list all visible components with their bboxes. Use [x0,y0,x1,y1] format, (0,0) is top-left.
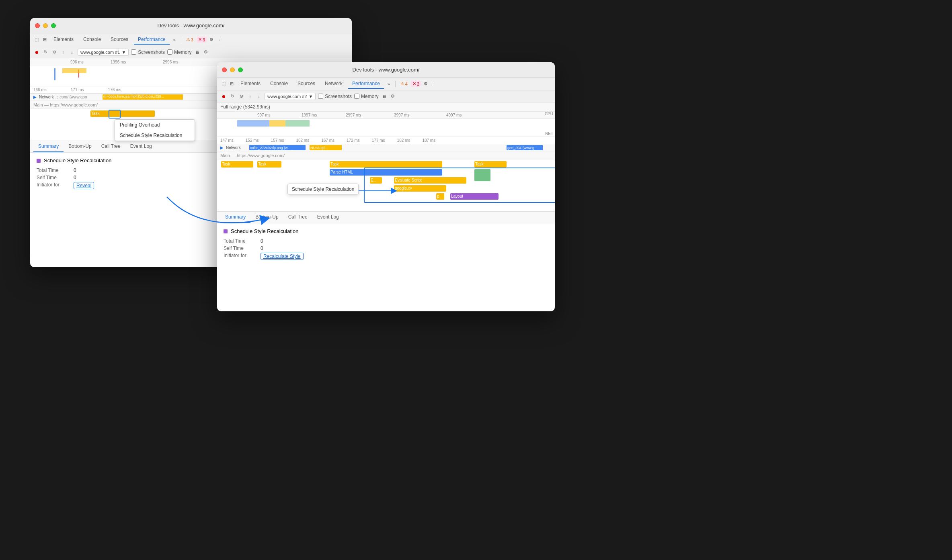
color-dot-2 [224,229,228,233]
timeline-bar-3 [62,68,86,73]
initiator-label-1: Initiator for [37,182,69,189]
settings2-icon-2[interactable]: ⚙ [390,93,396,100]
window-title-2: DevTools - www.google.com/ [353,67,420,73]
tab-sources-1[interactable]: Sources [107,35,132,45]
screenshots-checkbox-1[interactable]: Screenshots [131,49,165,55]
tick-2996: 2996 ms [163,60,178,64]
more-icon-1[interactable]: ⋮ [216,37,223,43]
right-arrow-2: ▶ [220,145,224,150]
mini-bar-3 [285,120,310,127]
network-file1: color_272x92dp.png (w... [249,145,306,150]
warning-badge-2: ⚠ 4 [399,81,409,87]
minimize-button-1[interactable] [43,23,48,28]
summary-title-2: Schedule Style Recalculation [224,228,548,234]
toolbar2-2: ⏺ ↻ ⊘ ↑ ↓ www.google.com #2 ▼ Screenshot… [217,90,555,102]
reload-icon-2[interactable]: ↻ [229,93,236,100]
error-badge-1: ✕ 3 [197,37,207,43]
full-range-label: Full range (5342.99ms) [217,102,555,112]
self-time-label-2: Self Time [224,245,256,251]
cpu-label: CPU [545,112,553,116]
dtick-167: 167 ms [321,138,334,143]
close-button-1[interactable] [35,23,40,28]
detail-ruler-2: 147 ms 152 ms 157 ms 162 ms 167 ms 172 m… [217,137,555,144]
error-badge-2: ✕ 2 [411,81,421,87]
tab-bottomup-2[interactable]: Bottom-Up [250,212,283,223]
record-icon-2[interactable]: ⏺ [220,93,227,100]
tab-elements-2[interactable]: Elements [236,79,265,89]
upload-icon-1[interactable]: ↑ [60,49,66,55]
display-icon-1[interactable]: 🖥 [194,49,200,55]
title-bar-1: DevTools - www.google.com/ [30,18,352,33]
screenshots-checkbox-2[interactable]: Screenshots [318,94,352,99]
total-time-row-2: Total Time 0 [224,238,548,244]
tab-performance-1[interactable]: Performance [134,35,170,45]
tick-997: 997 ms [257,113,271,117]
dropdown-item-schedule[interactable]: Schedule Style Recalculation [115,130,195,141]
tab-calltree-2[interactable]: Call Tree [283,212,312,223]
tab-console-1[interactable]: Console [79,35,105,45]
layers-icon[interactable]: ⊞ [41,37,48,43]
more-tabs-icon-1[interactable]: » [171,37,178,43]
mini-bar-2 [269,120,285,127]
dtick-177: 177 ms [372,138,385,143]
download-icon-2[interactable]: ↓ [256,93,262,100]
upload-icon-2[interactable]: ↑ [247,93,253,100]
tab-sources-2[interactable]: Sources [293,79,319,89]
memory-checkbox-2[interactable]: Memory [354,94,378,99]
traffic-lights-2 [222,67,243,72]
timeline-bar-1 [54,68,55,80]
tab-bottomup-1[interactable]: Bottom-Up [64,141,96,152]
more-tabs-icon-2[interactable]: » [386,81,392,87]
main-section-2: Main — https://www.google.com/ [217,151,555,159]
record-icon-1[interactable]: ⏺ [33,49,40,55]
maximize-button-2[interactable] [238,67,243,72]
url-selector-1[interactable]: www.google.com #1 ▼ [78,49,129,56]
dropdown-item-profiling[interactable]: Profiling Overhead [115,120,195,130]
tab-console-2[interactable]: Console [266,79,292,89]
tab-bar-1: ⬚ ⊞ Elements Console Sources Performance… [30,33,352,46]
minimize-button-2[interactable] [230,67,235,72]
tab-eventlog-2[interactable]: Event Log [312,212,344,223]
reload-icon-1[interactable]: ↻ [42,49,49,55]
dtick-172: 172 ms [347,138,360,143]
bottom-tabs-2: Summary Bottom-Up Call Tree Event Log [217,212,555,223]
settings2-icon-1[interactable]: ⚙ [203,49,209,55]
download-icon-1[interactable]: ↓ [69,49,75,55]
highlight-box-task-1 [109,110,121,119]
mini-timeline-2[interactable]: NET [217,119,555,137]
cursor-icon[interactable]: ⬚ [33,37,40,43]
initiator-link-1[interactable]: Reveal [74,182,94,189]
more-icon-2[interactable]: ⋮ [431,81,437,87]
flamechart-2[interactable]: Task Task Task Task Parse HTML E... Eval… [217,159,555,212]
tab-performance-2[interactable]: Performance [348,79,384,89]
settings-icon-1[interactable]: ⚙ [208,37,215,43]
tab-summary-1[interactable]: Summary [33,141,64,152]
tab-summary-2[interactable]: Summary [220,212,250,223]
tick-3997: 3997 ms [394,113,409,117]
tab-eventlog-1[interactable]: Event Log [125,141,157,152]
tick-996: 996 ms [70,60,84,64]
right-arrow-1: ▶ [33,95,37,99]
dtick-166: 166 ms [33,88,47,92]
total-time-label-1: Total Time [37,168,69,173]
clear-icon-2[interactable]: ⊘ [238,93,244,100]
profiling-dropdown-1: Profiling Overhead Schedule Style Recalc… [115,119,195,141]
tab-network-2[interactable]: Network [321,79,347,89]
layers-icon-2[interactable]: ⊞ [228,81,235,87]
display-icon-2[interactable]: 🖥 [381,93,387,100]
maximize-button-1[interactable] [51,23,56,28]
clear-icon-1[interactable]: ⊘ [51,49,57,55]
self-time-row-2: Self Time 0 [224,245,548,251]
url-label-2: www.google.com #2 [267,94,307,99]
tab-calltree-1[interactable]: Call Tree [96,141,125,152]
tab-elements-1[interactable]: Elements [49,35,78,45]
settings-icon-2[interactable]: ⚙ [423,81,429,87]
title-bar-2: DevTools - www.google.com/ [217,62,555,78]
cursor-icon-2[interactable]: ⬚ [220,81,227,87]
url-selector-2[interactable]: www.google.com #2 ▼ [265,93,316,100]
initiator-link-2[interactable]: Recalculate Style [261,253,304,260]
memory-checkbox-1[interactable]: Memory [167,49,191,55]
close-button-2[interactable] [222,67,227,72]
total-time-value-1: 0 [74,168,76,173]
self-time-label-1: Self Time [37,175,69,180]
